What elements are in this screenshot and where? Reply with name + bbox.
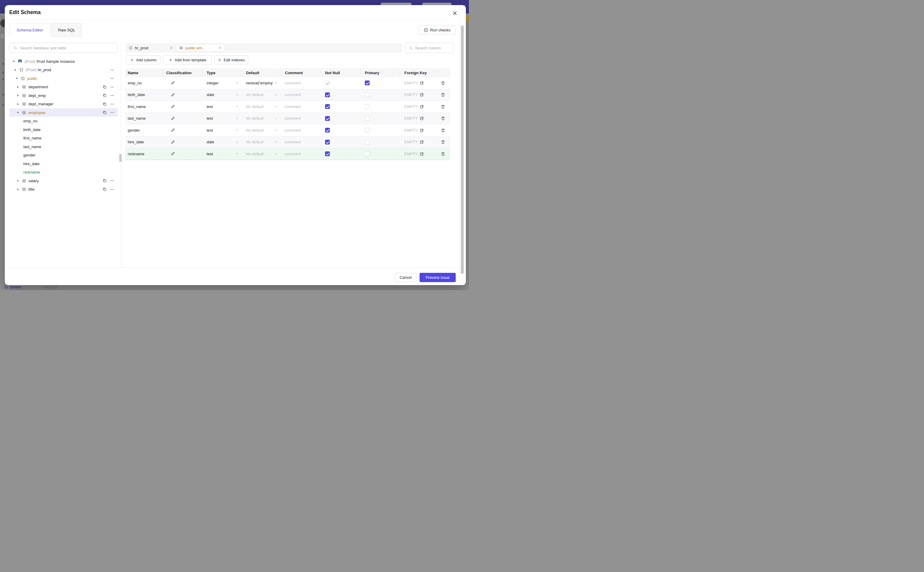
type-select[interactable]: integer [202, 77, 241, 89]
more-icon[interactable] [110, 85, 114, 89]
primary-checkbox[interactable] [365, 92, 370, 97]
copy-icon[interactable] [102, 187, 107, 191]
preview-issue-button[interactable]: Preview issue [420, 273, 456, 282]
edit-foreign-key-icon[interactable] [420, 104, 424, 109]
add-column-button[interactable]: Add column [126, 55, 161, 64]
dialog-scrollbar[interactable] [460, 5, 465, 285]
caret-right-icon[interactable] [16, 94, 20, 97]
edit-foreign-key-icon[interactable] [420, 116, 424, 121]
type-select[interactable]: text [202, 124, 241, 136]
primary-checkbox[interactable] [365, 128, 370, 132]
more-icon[interactable] [110, 179, 114, 183]
not-null-checkbox[interactable] [325, 128, 330, 132]
not-null-checkbox[interactable] [325, 151, 330, 156]
tree-item-table-salary[interactable]: salary [9, 177, 118, 185]
primary-checkbox[interactable] [365, 104, 370, 109]
cancel-button[interactable]: Cancel [395, 273, 417, 282]
comment-input[interactable]: comment [280, 137, 321, 148]
primary-checkbox[interactable] [365, 116, 370, 121]
primary-checkbox[interactable] [365, 81, 370, 85]
caret-right-icon[interactable] [16, 85, 20, 89]
tree-item-table-department[interactable]: department [9, 83, 118, 91]
tree-item-column-gender[interactable]: gender [9, 151, 118, 159]
default-select[interactable]: No default [241, 148, 280, 160]
copy-icon[interactable] [102, 93, 107, 98]
edit-foreign-key-icon[interactable] [420, 92, 424, 97]
tree-item-database-hr_prod[interactable]: (Prod) hr_prod [9, 66, 118, 74]
panel-resize-handle[interactable] [119, 154, 122, 162]
scrollbar-thumb[interactable] [461, 25, 464, 274]
tree-item-column-birth_date[interactable]: birth_date [9, 125, 118, 134]
default-select[interactable]: nextval('employ [241, 77, 280, 89]
tab-chip-hr_prod[interactable]: hr_prod [129, 43, 173, 53]
copy-icon[interactable] [102, 102, 107, 106]
caret-down-icon[interactable] [16, 111, 20, 114]
not-null-checkbox[interactable] [325, 116, 330, 121]
delete-column-icon[interactable] [441, 140, 445, 144]
tab-chip-public-employee[interactable]: public.em... [176, 44, 225, 52]
classification-edit-button[interactable] [171, 93, 175, 97]
delete-column-icon[interactable] [441, 81, 445, 85]
type-select[interactable]: date [202, 137, 241, 148]
tree-item-table-employee[interactable]: employee [9, 108, 118, 117]
type-select[interactable]: text [202, 148, 241, 160]
delete-column-icon[interactable] [441, 152, 445, 156]
search-database-input[interactable] [20, 46, 114, 50]
caret-down-icon[interactable] [14, 68, 17, 72]
not-null-checkbox[interactable] [325, 81, 330, 85]
close-icon[interactable] [169, 46, 173, 50]
more-icon[interactable] [110, 102, 114, 106]
not-null-checkbox[interactable] [325, 92, 330, 97]
tree-item-table-title[interactable]: title [9, 185, 118, 194]
default-select[interactable]: No default [241, 137, 280, 148]
delete-column-icon[interactable] [441, 116, 445, 121]
more-icon[interactable] [110, 187, 114, 191]
edit-foreign-key-icon[interactable] [420, 140, 424, 144]
tab-raw-sql[interactable]: Raw SQL [51, 23, 82, 37]
classification-edit-button[interactable] [171, 140, 175, 144]
copy-icon[interactable] [102, 179, 107, 183]
comment-input[interactable]: comment [280, 77, 321, 89]
comment-input[interactable]: comment [280, 113, 321, 124]
copy-icon[interactable] [102, 85, 107, 89]
close-icon[interactable] [218, 46, 222, 50]
more-icon[interactable] [110, 68, 114, 72]
tree-item-column-nickname[interactable]: nickname [9, 168, 118, 177]
tree-item-column-first_name[interactable]: first_name [9, 134, 118, 142]
caret-down-icon[interactable] [12, 59, 16, 63]
tree-item-column-last_name[interactable]: last_name [9, 142, 118, 151]
tree-item-table-dept_emp[interactable]: dept_emp [9, 91, 118, 99]
caret-down-icon[interactable] [15, 76, 19, 80]
add-from-template-button[interactable]: Add from template [163, 55, 212, 64]
search-column-input[interactable] [415, 46, 451, 50]
tree-item-schema-public[interactable]: public [9, 74, 118, 82]
delete-column-icon[interactable] [441, 128, 445, 132]
close-icon[interactable] [451, 10, 458, 16]
tree-item-column-hire_date[interactable]: hire_date [9, 159, 118, 168]
caret-right-icon[interactable] [16, 188, 20, 191]
more-icon[interactable] [110, 110, 114, 115]
not-null-checkbox[interactable] [325, 104, 330, 109]
caret-right-icon[interactable] [16, 102, 20, 106]
type-select[interactable]: text [202, 113, 241, 124]
default-select[interactable]: No default [241, 101, 280, 112]
delete-column-icon[interactable] [441, 104, 445, 109]
more-icon[interactable] [110, 76, 114, 81]
primary-checkbox[interactable] [365, 151, 370, 156]
comment-input[interactable]: comment [280, 101, 321, 112]
not-null-checkbox[interactable] [325, 140, 330, 145]
edit-foreign-key-icon[interactable] [420, 81, 424, 85]
comment-input[interactable]: comment [280, 89, 321, 101]
comment-input[interactable]: comment [280, 124, 321, 136]
delete-column-icon[interactable] [441, 92, 445, 97]
caret-right-icon[interactable] [16, 179, 20, 182]
default-select[interactable]: No default [241, 89, 280, 101]
tab-schema-editor[interactable]: Schema Editor [9, 23, 50, 37]
classification-edit-button[interactable] [171, 104, 175, 109]
default-select[interactable]: No default [241, 124, 280, 136]
run-checks-button[interactable]: Run checks [419, 25, 456, 34]
edit-foreign-key-icon[interactable] [420, 128, 424, 132]
classification-edit-button[interactable] [171, 81, 175, 85]
comment-input[interactable]: comment [280, 148, 321, 160]
type-select[interactable]: text [202, 101, 241, 112]
